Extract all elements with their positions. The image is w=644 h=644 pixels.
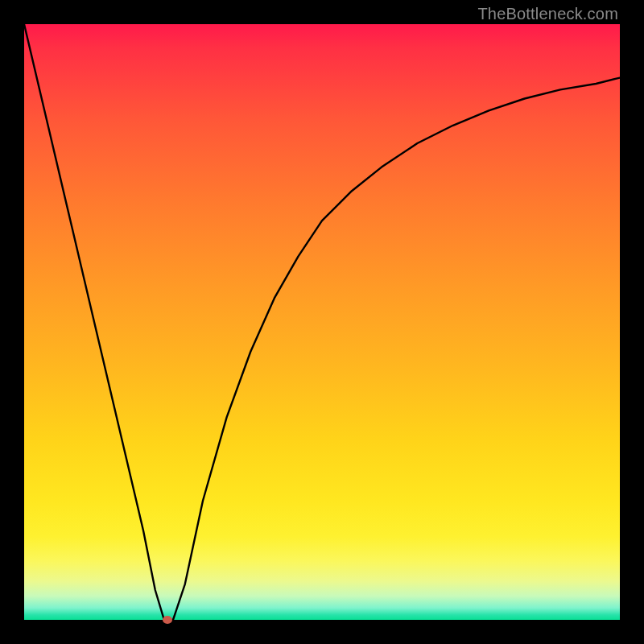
chart-frame: TheBottleneck.com bbox=[0, 0, 644, 644]
attribution-label: TheBottleneck.com bbox=[477, 5, 618, 23]
bottleneck-curve bbox=[24, 24, 620, 620]
optimal-point-marker bbox=[163, 616, 172, 624]
plot-area bbox=[24, 24, 620, 620]
